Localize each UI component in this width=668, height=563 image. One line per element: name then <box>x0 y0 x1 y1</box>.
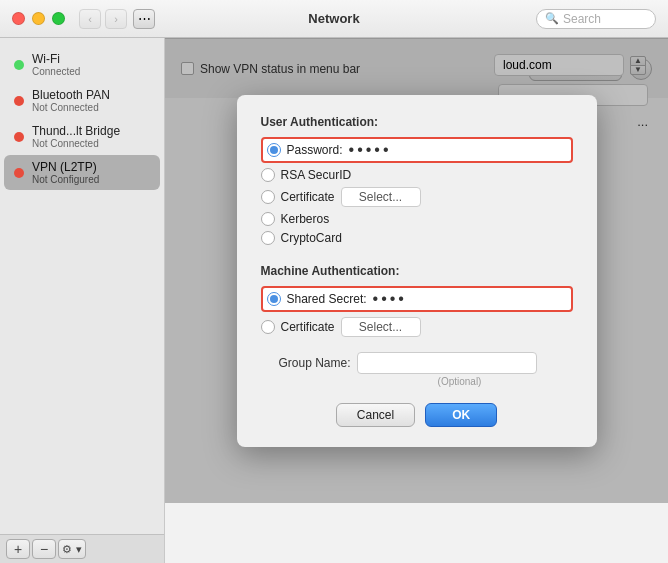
certificate2-label: Certificate <box>281 320 335 334</box>
optional-hint: (Optional) <box>347 376 573 387</box>
certificate2-row: Certificate Select... <box>261 317 573 337</box>
shared-secret-radio[interactable] <box>267 292 281 306</box>
machine-auth-section: Machine Authentication: Shared Secret: C… <box>261 264 573 342</box>
window-controls <box>12 12 65 25</box>
search-icon: 🔍 <box>545 12 559 25</box>
rsa-radio[interactable] <box>261 168 275 182</box>
group-name-row: Group Name: <box>261 352 573 374</box>
wifi-name: Wi-Fi <box>32 52 80 66</box>
right-panel: ▲ ▼ ... User Authentication: Password <box>165 38 668 563</box>
kerberos-row: Kerberos <box>261 212 573 226</box>
close-button[interactable] <box>12 12 25 25</box>
titlebar: ‹ › ⋯ Network 🔍 Search <box>0 0 668 38</box>
rsa-label: RSA SecurID <box>281 168 352 182</box>
password-label: Password: <box>287 143 343 157</box>
kerberos-label: Kerberos <box>281 212 330 226</box>
certificate-row: Certificate Select... <box>261 187 573 207</box>
vpn-status-dot <box>14 168 24 178</box>
remove-connection-button[interactable]: − <box>32 539 56 559</box>
cryptocard-radio[interactable] <box>261 231 275 245</box>
ok-button[interactable]: OK <box>425 403 497 427</box>
user-auth-label: User Authentication: <box>261 115 573 129</box>
forward-button[interactable]: › <box>105 9 127 29</box>
password-input[interactable] <box>349 141 567 159</box>
sidebar-list: Wi-Fi Connected Bluetooth PAN Not Connec… <box>0 46 164 534</box>
certificate-label: Certificate <box>281 190 335 204</box>
maximize-button[interactable] <box>52 12 65 25</box>
grid-button[interactable]: ⋯ <box>133 9 155 29</box>
sidebar-toolbar: + − ⚙ ▾ <box>0 534 164 563</box>
minus-icon: − <box>40 541 48 557</box>
sidebar-item-vpn[interactable]: VPN (L2TP) Not Configured <box>4 155 160 190</box>
shared-secret-input[interactable] <box>373 290 573 308</box>
thunderbolt-name: Thund...lt Bridge <box>32 124 120 138</box>
settings-gear-button[interactable]: ⚙ ▾ <box>58 539 86 559</box>
password-radio[interactable] <box>267 143 281 157</box>
thunderbolt-status-dot <box>14 132 24 142</box>
kerberos-radio[interactable] <box>261 212 275 226</box>
cancel-button[interactable]: Cancel <box>336 403 415 427</box>
sidebar-item-wifi[interactable]: Wi-Fi Connected <box>4 47 160 82</box>
window-title: Network <box>308 11 359 26</box>
search-placeholder: Search <box>563 12 601 26</box>
back-icon: ‹ <box>88 13 92 25</box>
nav-buttons: ‹ › <box>79 9 127 29</box>
modal-overlay: User Authentication: Password: RSA Secur… <box>165 38 668 503</box>
bluetooth-name: Bluetooth PAN <box>32 88 110 102</box>
vpn-status: Not Configured <box>32 174 99 185</box>
cryptocard-row: CryptoCard <box>261 231 573 245</box>
modal-buttons: Cancel OK <box>261 403 573 427</box>
minimize-button[interactable] <box>32 12 45 25</box>
certificate-select-button[interactable]: Select... <box>341 187 421 207</box>
auth-modal: User Authentication: Password: RSA Secur… <box>237 95 597 447</box>
sidebar-item-bluetooth[interactable]: Bluetooth PAN Not Connected <box>4 83 160 118</box>
sidebar-item-thunderbolt[interactable]: Thund...lt Bridge Not Connected <box>4 119 160 154</box>
grid-icon: ⋯ <box>138 11 151 26</box>
thunderbolt-status: Not Connected <box>32 138 120 149</box>
shared-secret-row: Shared Secret: <box>261 286 573 312</box>
forward-icon: › <box>114 13 118 25</box>
certificate2-radio[interactable] <box>261 320 275 334</box>
certificate-radio[interactable] <box>261 190 275 204</box>
main-content: Wi-Fi Connected Bluetooth PAN Not Connec… <box>0 38 668 563</box>
wifi-status: Connected <box>32 66 80 77</box>
bluetooth-status-dot <box>14 96 24 106</box>
vpn-name: VPN (L2TP) <box>32 160 99 174</box>
password-row: Password: <box>261 137 573 163</box>
search-box[interactable]: 🔍 Search <box>536 9 656 29</box>
bluetooth-status: Not Connected <box>32 102 110 113</box>
group-name-label: Group Name: <box>261 356 351 370</box>
add-connection-button[interactable]: + <box>6 539 30 559</box>
back-button[interactable]: ‹ <box>79 9 101 29</box>
cryptocard-label: CryptoCard <box>281 231 342 245</box>
sidebar: Wi-Fi Connected Bluetooth PAN Not Connec… <box>0 38 165 563</box>
shared-secret-label: Shared Secret: <box>287 292 367 306</box>
machine-auth-label: Machine Authentication: <box>261 264 573 278</box>
add-icon: + <box>14 541 22 557</box>
wifi-status-dot <box>14 60 24 70</box>
gear-icon: ⚙ ▾ <box>62 543 81 556</box>
group-name-input[interactable] <box>357 352 537 374</box>
rsa-row: RSA SecurID <box>261 168 573 182</box>
certificate2-select-button[interactable]: Select... <box>341 317 421 337</box>
